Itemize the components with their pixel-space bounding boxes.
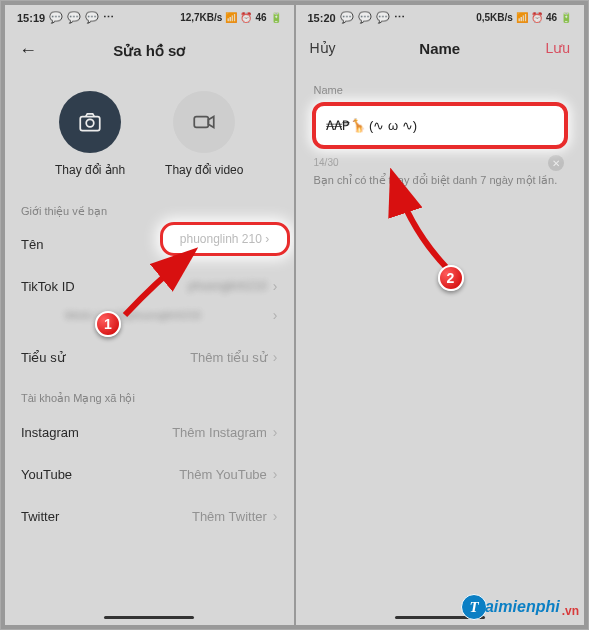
change-photo[interactable]: Thay đổi ảnh xyxy=(55,91,125,177)
instagram-row[interactable]: Instagram Thêm Instagram› xyxy=(5,411,294,453)
watermark: T aimienphi .vn xyxy=(461,594,579,620)
signal-text: 46 xyxy=(546,12,557,23)
name-input[interactable]: ₳₳₱🦒 (∿ ω ∿) xyxy=(312,102,569,149)
chat-icon: 💬 xyxy=(85,11,99,24)
back-icon[interactable]: ← xyxy=(19,40,37,61)
instagram-value: Thêm Instagram xyxy=(172,425,267,440)
twitter-value: Thêm Twitter xyxy=(192,509,267,524)
page-title: Sửa hồ sơ xyxy=(113,42,185,60)
callout-2: 2 xyxy=(438,265,464,291)
more-icon: ⋯ xyxy=(394,11,405,24)
svg-rect-2 xyxy=(195,117,209,128)
section-social-label: Tài khoản Mạng xã hội xyxy=(5,378,294,411)
youtube-label: YouTube xyxy=(21,467,72,482)
wifi-icon: 📶 xyxy=(225,12,237,23)
media-row: Thay đổi ảnh Thay đổi video xyxy=(5,71,294,191)
status-bar: 15:20 💬 💬 💬 ⋯ 0,5KB/s 📶 ⏰ 46 🔋 xyxy=(296,5,585,30)
battery-icon: 🔋 xyxy=(560,12,572,23)
chat-icon: 💬 xyxy=(358,11,372,24)
bio-label: Tiểu sử xyxy=(21,350,65,365)
tiktokid-row[interactable]: TikTok ID phuonglinh210› xyxy=(5,265,294,307)
chevron-right-icon: › xyxy=(273,278,278,294)
more-icon: ⋯ xyxy=(103,11,114,24)
chevron-right-icon: › xyxy=(273,424,278,440)
header: Hủy Name Lưu xyxy=(296,30,585,66)
section-about-label: Giới thiệu về bạn xyxy=(5,191,294,224)
home-indicator xyxy=(104,616,194,619)
tiktokid-value: phuonglinh210 xyxy=(188,279,267,293)
clear-icon[interactable]: ✕ xyxy=(548,155,564,171)
cancel-button[interactable]: Hủy xyxy=(310,40,336,56)
name-label: Tên xyxy=(21,237,43,252)
photo-label: Thay đổi ảnh xyxy=(55,163,125,177)
left-phone-screen: 15:19 💬 💬 💬 ⋯ 12,7KB/s 📶 ⏰ 46 🔋 ← Sửa hồ… xyxy=(5,5,294,625)
bio-row[interactable]: Tiểu sử Thêm tiểu sử› xyxy=(5,336,294,378)
tiktokid-label: TikTok ID xyxy=(21,279,75,294)
watermark-vn: .vn xyxy=(562,604,579,618)
name-input-value: ₳₳₱🦒 (∿ ω ∿) xyxy=(326,118,418,133)
status-net: 12,7KB/s xyxy=(180,12,222,23)
svg-point-1 xyxy=(86,119,94,127)
url-value: tiktok.com/@phuonglinh210 xyxy=(65,309,201,321)
chevron-right-icon: › xyxy=(273,349,278,365)
chevron-right-icon: › xyxy=(273,307,278,323)
instagram-label: Instagram xyxy=(21,425,79,440)
bio-value: Thêm tiểu sử xyxy=(190,350,267,365)
twitter-label: Twitter xyxy=(21,509,59,524)
alarm-icon: ⏰ xyxy=(240,12,252,23)
name-row[interactable]: Tên phuonglinh 210 › xyxy=(5,224,294,265)
camera-icon xyxy=(59,91,121,153)
status-time: 15:19 xyxy=(17,12,45,24)
twitter-row[interactable]: Twitter Thêm Twitter› xyxy=(5,495,294,537)
chat-icon: 💬 xyxy=(67,11,81,24)
status-bar: 15:19 💬 💬 💬 ⋯ 12,7KB/s 📶 ⏰ 46 🔋 xyxy=(5,5,294,30)
url-row[interactable]: tiktok.com/@phuonglinh210 › xyxy=(5,307,294,336)
youtube-value: Thêm YouTube xyxy=(179,467,267,482)
signal-text: 46 xyxy=(255,12,266,23)
right-phone-screen: 15:20 💬 💬 💬 ⋯ 0,5KB/s 📶 ⏰ 46 🔋 Hủy Name … xyxy=(296,5,585,625)
page-title: Name xyxy=(419,40,460,57)
change-video[interactable]: Thay đổi video xyxy=(165,91,243,177)
wifi-icon: 📶 xyxy=(516,12,528,23)
chat-icon: 💬 xyxy=(49,11,63,24)
video-label: Thay đổi video xyxy=(165,163,243,177)
chevron-right-icon: › xyxy=(273,508,278,524)
name-hint: Bạn chỉ có thể thay đổi biệt danh 7 ngày… xyxy=(312,170,569,191)
battery-icon: 🔋 xyxy=(270,12,282,23)
chevron-right-icon: › xyxy=(273,466,278,482)
chat-icon: 💬 xyxy=(340,11,354,24)
video-icon xyxy=(173,91,235,153)
youtube-row[interactable]: YouTube Thêm YouTube› xyxy=(5,453,294,495)
name-counter: 14/30 xyxy=(312,149,569,170)
chat-icon: 💬 xyxy=(376,11,390,24)
name-value-highlight: phuonglinh 210 › xyxy=(160,222,290,256)
watermark-text: aimienphi xyxy=(485,598,560,616)
save-button[interactable]: Lưu xyxy=(545,40,570,56)
name-field-label: Name xyxy=(312,84,569,96)
status-time: 15:20 xyxy=(308,12,336,24)
callout-1: 1 xyxy=(95,311,121,337)
watermark-icon: T xyxy=(461,594,487,620)
header: ← Sửa hồ sơ xyxy=(5,30,294,71)
alarm-icon: ⏰ xyxy=(531,12,543,23)
status-net: 0,5KB/s xyxy=(476,12,513,23)
